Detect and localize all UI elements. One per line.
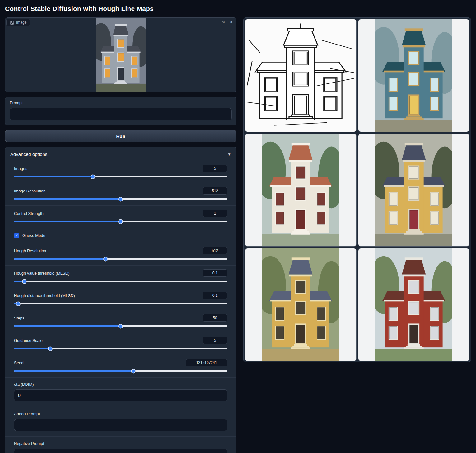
negative-prompt-input[interactable] [14,449,227,453]
clear-image-button[interactable]: ✕ [229,20,233,24]
slider-label: Hough Resolution [14,248,46,253]
slider-track[interactable] [14,221,227,222]
slider-handle[interactable] [103,257,108,261]
slider-images: Images [5,161,236,183]
gallery-item-hough-map[interactable] [245,19,357,132]
uploaded-image [96,18,146,92]
slider-fill [14,176,93,177]
slider-handle[interactable] [91,174,95,179]
added-prompt-label: Added Prompt [14,412,227,416]
slider-fill [14,325,121,327]
eta-input[interactable] [14,389,227,401]
slider-seed: Seed [5,355,236,377]
slider-track[interactable] [14,198,227,200]
eta-field: eta (DDIM) [5,377,236,407]
slider-label: Image Resolution [14,189,45,193]
slider-hough-distance-threshold: Hough distance threshold (MLSD) [5,288,236,310]
slider-label: Hough distance threshold (MLSD) [14,293,75,298]
slider-fill [14,348,50,349]
results-column [243,17,471,362]
slider-value-input[interactable] [203,210,227,217]
gallery-item-result-1[interactable] [358,19,470,132]
slider-steps: Steps [5,310,236,333]
slider-fill [14,258,106,260]
controls-column: Image ✎ ✕ Prompt Run Advanced options ▼ [5,17,236,453]
slider-hough-value-threshold: Hough value threshold (MLSD) [5,265,236,288]
prompt-panel: Prompt [5,97,236,125]
slider-value-input[interactable] [203,269,227,277]
image-label-text: Image [16,20,26,25]
slider-handle[interactable] [22,279,27,284]
slider-handle[interactable] [16,301,21,306]
result-image-4 [262,248,339,361]
added-prompt-field: Added Prompt [5,407,236,436]
slider-handle[interactable] [131,369,136,373]
slider-fill [14,370,133,372]
slider-hough-resolution: Hough Resolution [5,243,236,265]
slider-track[interactable] [14,348,227,349]
eta-label: eta (DDIM) [14,382,227,387]
result-image-5 [375,248,452,361]
slider-control-strength: Control Strength [5,205,236,228]
image-icon [10,21,14,25]
added-prompt-input[interactable] [14,419,227,431]
page-title: Control Stable Diffusion with Hough Line… [5,5,471,12]
advanced-options-title: Advanced options [10,152,47,157]
hough-line-map-image [245,19,356,132]
guess-mode-label: Guess Mode [22,233,45,238]
app-root: Control Stable Diffusion with Hough Line… [0,0,476,453]
slider-label: Seed [14,361,23,365]
slider-handle[interactable] [118,197,123,201]
image-label: Image [6,19,30,26]
prompt-label: Prompt [10,101,232,105]
slider-image-resolution: Image Resolution [5,183,236,205]
check-icon: ✓ [15,234,18,238]
chevron-down-icon: ▼ [227,152,231,157]
negative-prompt-field: Negative Prompt [5,436,236,453]
image-toolbar: ✎ ✕ [222,20,233,24]
slider-value-input[interactable] [203,165,227,172]
gallery-item-result-5[interactable] [358,248,470,361]
advanced-options-accordion: Advanced options ▼ Images Ima [5,147,236,453]
gallery-item-result-2[interactable] [245,134,357,247]
slider-label: Steps [14,316,24,320]
slider-track[interactable] [14,370,227,372]
slider-label: Hough value threshold (MLSD) [14,271,69,276]
slider-label: Images [14,166,27,171]
edit-image-button[interactable]: ✎ [222,20,226,24]
slider-track[interactable] [14,325,227,327]
slider-handle[interactable] [118,324,123,328]
slider-value-input[interactable] [203,292,227,299]
slider-fill [14,303,18,304]
slider-value-input[interactable] [203,337,227,344]
slider-guidance-scale: Guidance Scale [5,333,236,355]
result-image-3 [375,134,452,246]
slider-track[interactable] [14,176,227,177]
slider-value-input[interactable] [203,247,227,254]
slider-track[interactable] [14,281,227,282]
slider-value-input[interactable] [186,359,227,366]
close-icon: ✕ [229,20,233,25]
slider-fill [14,281,25,282]
result-image-2 [262,134,339,246]
prompt-input[interactable] [10,108,232,120]
negative-prompt-label: Negative Prompt [14,441,227,446]
slider-handle[interactable] [118,219,123,224]
advanced-options-header[interactable]: Advanced options ▼ [5,147,236,161]
slider-value-input[interactable] [203,187,227,195]
result-image-1 [375,19,452,132]
gallery-item-result-3[interactable] [358,134,470,247]
pencil-icon: ✎ [222,20,226,25]
gallery-item-result-4[interactable] [245,248,357,361]
guess-mode-row: ✓ Guess Mode [5,228,236,243]
guess-mode-checkbox[interactable]: ✓ [14,233,19,238]
slider-value-input[interactable] [203,314,227,322]
slider-fill [14,221,121,222]
slider-track[interactable] [14,303,227,304]
image-upload-panel: Image ✎ ✕ [5,17,236,92]
slider-fill [14,198,121,200]
run-button[interactable]: Run [5,130,236,142]
slider-track[interactable] [14,258,227,260]
slider-handle[interactable] [48,346,53,351]
slider-label: Control Strength [14,211,44,216]
